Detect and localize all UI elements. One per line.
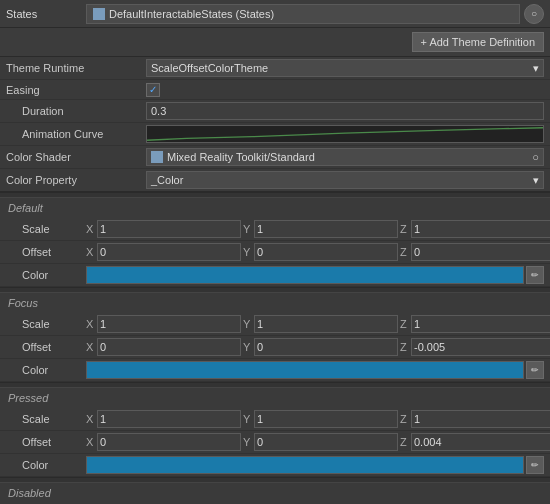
offset-y-axis: Y (243, 246, 253, 258)
scale-y-axis: Y (243, 223, 253, 235)
color-label-default: Color (6, 269, 86, 281)
offset-fields-default: X Y Z (86, 243, 550, 261)
scale-y-input-default[interactable] (254, 220, 398, 238)
color-shader-dropdown[interactable]: Mixed Reality Toolkit/Standard ○ (146, 148, 544, 166)
properties-section: Theme Runtime ScaleOffsetColorTheme ▾ Ea… (0, 57, 550, 192)
offset-z-axis: Z (400, 341, 410, 353)
scale-z-input-focus[interactable] (411, 315, 550, 333)
scale-z-input-default[interactable] (411, 220, 550, 238)
easing-label: Easing (6, 84, 146, 96)
panel-title: States (6, 8, 86, 20)
offset-y-item: Y (243, 433, 398, 451)
color-shader-label: Color Shader (6, 151, 146, 163)
color-bar-focus[interactable] (86, 361, 524, 379)
state-pressed-scale-row: Scale X Y Z (0, 408, 550, 431)
add-theme-row: + Add Theme Definition (0, 28, 550, 57)
offset-y-axis: Y (243, 436, 253, 448)
offset-fields-pressed: X Y Z (86, 433, 550, 451)
scale-y-item: Y (243, 315, 398, 333)
state-focus-offset-row: Offset X Y Z (0, 336, 550, 359)
color-property-value-wrapper: _Color ▾ (146, 171, 544, 189)
color-property-dropdown[interactable]: _Color ▾ (146, 171, 544, 189)
offset-y-input-default[interactable] (254, 243, 398, 261)
state-pressed-offset-row: Offset X Y Z (0, 431, 550, 454)
color-bar-default[interactable] (86, 266, 524, 284)
states-container: Default Scale X Y Z Offset (0, 198, 550, 504)
scale-z-axis: Z (400, 223, 410, 235)
header-row: States DefaultInteractableStates (States… (0, 0, 550, 28)
offset-label-pressed: Offset (6, 436, 86, 448)
curve-svg (147, 126, 543, 142)
offset-z-input-focus[interactable] (411, 338, 550, 356)
state-default-scale-row: Scale X Y Z (0, 218, 550, 241)
duration-label: Duration (6, 105, 146, 117)
color-shader-chevron: ○ (532, 151, 539, 163)
color-edit-btn-default[interactable]: ✏ (526, 266, 544, 284)
scale-x-item: X (86, 220, 241, 238)
offset-x-item: X (86, 433, 241, 451)
theme-runtime-value-wrapper: ScaleOffsetColorTheme ▾ (146, 59, 544, 77)
offset-x-input-pressed[interactable] (97, 433, 241, 451)
scale-z-item: Z (400, 410, 550, 428)
duration-input[interactable] (146, 102, 544, 120)
color-property-text: _Color (151, 174, 183, 186)
states-file-icon (93, 8, 105, 20)
color-property-row: Color Property _Color ▾ (0, 169, 550, 191)
color-edit-btn-pressed[interactable]: ✏ (526, 456, 544, 474)
easing-row: Easing (0, 80, 550, 100)
scale-z-input-pressed[interactable] (411, 410, 550, 428)
theme-runtime-label: Theme Runtime (6, 62, 146, 74)
offset-x-axis: X (86, 436, 96, 448)
color-label-pressed: Color (6, 459, 86, 471)
offset-y-input-focus[interactable] (254, 338, 398, 356)
offset-z-axis: Z (400, 436, 410, 448)
state-section-focus: Focus Scale X Y Z Offset (0, 293, 550, 382)
offset-y-item: Y (243, 338, 398, 356)
state-default-color-row: Color ✏ (0, 264, 550, 287)
scale-y-input-focus[interactable] (254, 315, 398, 333)
theme-runtime-row: Theme Runtime ScaleOffsetColorTheme ▾ (0, 57, 550, 80)
scale-fields-pressed: X Y Z (86, 410, 550, 428)
scale-z-item: Z (400, 315, 550, 333)
offset-y-input-pressed[interactable] (254, 433, 398, 451)
add-theme-button[interactable]: + Add Theme Definition (412, 32, 544, 52)
color-shader-row: Color Shader Mixed Reality Toolkit/Stand… (0, 146, 550, 169)
scale-y-item: Y (243, 410, 398, 428)
scale-x-axis: X (86, 318, 96, 330)
offset-fields-focus: X Y Z (86, 338, 550, 356)
states-file-field[interactable]: DefaultInteractableStates (States) (86, 4, 520, 24)
offset-x-item: X (86, 243, 241, 261)
offset-z-item: Z (400, 433, 550, 451)
easing-value-wrapper (146, 83, 544, 97)
color-bar-wrapper-focus: ✏ (86, 361, 544, 379)
color-property-chevron: ▾ (533, 174, 539, 187)
duration-value-wrapper (146, 102, 544, 120)
theme-runtime-dropdown[interactable]: ScaleOffsetColorTheme ▾ (146, 59, 544, 77)
offset-x-input-default[interactable] (97, 243, 241, 261)
animation-curve-field[interactable] (146, 125, 544, 143)
animation-curve-row: Animation Curve (0, 123, 550, 146)
scale-x-item: X (86, 315, 241, 333)
color-edit-btn-focus[interactable]: ✏ (526, 361, 544, 379)
easing-checkbox-wrapper (146, 83, 160, 97)
color-bar-pressed[interactable] (86, 456, 524, 474)
scale-x-input-pressed[interactable] (97, 410, 241, 428)
state-header-disabled: Disabled (0, 483, 550, 503)
easing-checkbox[interactable] (146, 83, 160, 97)
offset-x-input-focus[interactable] (97, 338, 241, 356)
duration-row: Duration (0, 100, 550, 123)
offset-z-input-pressed[interactable] (411, 433, 550, 451)
animation-curve-value-wrapper (146, 125, 544, 143)
state-header-default: Default (0, 198, 550, 218)
state-focus-color-row: Color ✏ (0, 359, 550, 382)
color-property-label: Color Property (6, 174, 146, 186)
scale-y-input-pressed[interactable] (254, 410, 398, 428)
offset-z-input-default[interactable] (411, 243, 550, 261)
scale-label-default: Scale (6, 223, 86, 235)
color-label-focus: Color (6, 364, 86, 376)
scale-x-input-focus[interactable] (97, 315, 241, 333)
scale-z-axis: Z (400, 413, 410, 425)
states-circle-button[interactable]: ○ (524, 4, 544, 24)
scale-y-axis: Y (243, 413, 253, 425)
scale-x-input-default[interactable] (97, 220, 241, 238)
